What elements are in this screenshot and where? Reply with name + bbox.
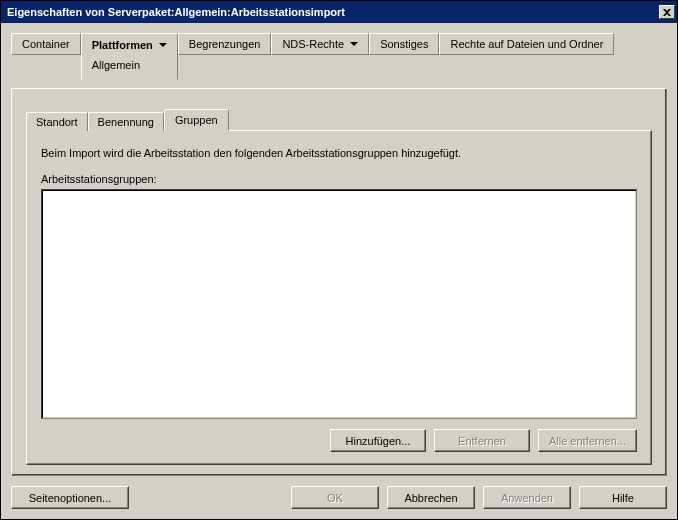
button-label: Anwenden xyxy=(501,492,553,504)
tab-label: Rechte auf Dateien und Ordner xyxy=(450,37,603,51)
inner-tab-gruppen[interactable]: Gruppen xyxy=(164,109,229,131)
tab-label: Plattformen xyxy=(92,38,153,52)
tab-label: NDS-Rechte xyxy=(282,37,344,51)
remove-button[interactable]: Entfernen xyxy=(434,429,530,452)
list-button-row: Hinzufügen... Entfernen Alle entfernen..… xyxy=(41,429,637,452)
info-text: Beim Import wird die Arbeitsstation den … xyxy=(41,147,637,159)
button-label: OK xyxy=(327,492,343,504)
button-label: Hinzufügen... xyxy=(346,435,411,447)
list-label: Arbeitsstationsgruppen: xyxy=(41,173,637,185)
workstation-groups-list[interactable] xyxy=(41,189,637,419)
tab-nds-rechte[interactable]: NDS-Rechte xyxy=(271,33,369,55)
tab-rechte-dateien-ordner[interactable]: Rechte auf Dateien und Ordner xyxy=(439,33,614,55)
button-label: Entfernen xyxy=(458,435,506,447)
button-label: Hilfe xyxy=(612,492,634,504)
help-button[interactable]: Hilfe xyxy=(579,486,667,509)
tab-label: Standort xyxy=(36,116,78,128)
cancel-button[interactable]: Abbrechen xyxy=(387,486,475,509)
chevron-down-icon xyxy=(159,43,167,47)
dialog-button-row: Seitenoptionen... OK Abbrechen Anwenden … xyxy=(1,476,677,519)
tab-sonstiges[interactable]: Sonstiges xyxy=(369,33,439,55)
content-panel: Standort Benennung Gruppen Beim Import w… xyxy=(11,88,667,476)
inner-tab-benennung[interactable]: Benennung xyxy=(88,112,164,131)
window-title: Eigenschaften von Serverpaket:Allgemein:… xyxy=(7,6,659,18)
ok-button[interactable]: OK xyxy=(291,486,379,509)
page-options-button[interactable]: Seitenoptionen... xyxy=(11,486,129,509)
chevron-down-icon xyxy=(350,42,358,46)
close-button[interactable] xyxy=(659,5,675,19)
add-button[interactable]: Hinzufügen... xyxy=(330,429,426,452)
inner-tab-row: Standort Benennung Gruppen xyxy=(26,109,652,130)
button-label: Alle entfernen... xyxy=(549,435,626,447)
inner-tab-content: Beim Import wird die Arbeitsstation den … xyxy=(26,130,652,465)
dialog-body: Container Plattformen Allgemein Begrenzu… xyxy=(1,23,677,476)
title-bar: Eigenschaften von Serverpaket:Allgemein:… xyxy=(1,1,677,23)
tab-label: Sonstiges xyxy=(380,37,428,51)
inner-tab-standort[interactable]: Standort xyxy=(26,112,88,131)
remove-all-button[interactable]: Alle entfernen... xyxy=(538,429,637,452)
tab-begrenzungen[interactable]: Begrenzungen xyxy=(178,33,272,55)
apply-button[interactable]: Anwenden xyxy=(483,486,571,509)
tab-label: Benennung xyxy=(98,116,154,128)
tab-sublabel: Allgemein xyxy=(92,55,140,75)
tab-plattformen[interactable]: Plattformen Allgemein xyxy=(81,33,178,80)
close-icon xyxy=(663,9,671,16)
dialog-window: Eigenschaften von Serverpaket:Allgemein:… xyxy=(0,0,678,520)
button-label: Abbrechen xyxy=(404,492,457,504)
button-label: Seitenoptionen... xyxy=(29,492,112,504)
category-tab-row: Container Plattformen Allgemein Begrenzu… xyxy=(11,33,667,80)
tab-label: Begrenzungen xyxy=(189,37,261,51)
tab-container[interactable]: Container xyxy=(11,33,81,55)
tab-label: Container xyxy=(22,37,70,51)
tab-label: Gruppen xyxy=(175,114,218,126)
